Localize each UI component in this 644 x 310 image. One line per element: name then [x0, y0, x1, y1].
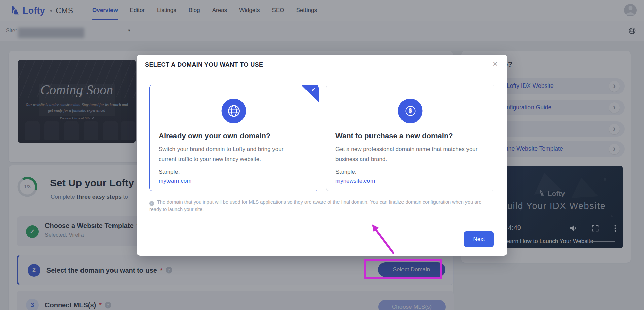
selected-check-badge: ✓: [301, 85, 319, 102]
option-title: Already own your own domain?: [159, 132, 270, 140]
modal-title: SELECT A DOMAIN YOU WANT TO USE: [145, 61, 263, 68]
modal-header-divider: [137, 76, 507, 76]
mls-note: iThe domain that you input will be used …: [149, 199, 493, 213]
app-screen: Lofty • CMS Overview Editor Listings Blo…: [0, 0, 644, 310]
info-icon: i: [149, 201, 154, 206]
sample-domain-link[interactable]: myteam.com: [159, 178, 191, 184]
modal-footer-divider: [137, 223, 507, 223]
sample-label: Sample:: [159, 169, 180, 175]
option-new-domain-card[interactable]: $ Want to purchase a new domain? Get a n…: [326, 85, 494, 191]
dollar-glyph: $: [405, 106, 415, 116]
next-button[interactable]: Next: [464, 231, 494, 247]
option-description: Switch your brand domain to Lofty and br…: [159, 144, 296, 164]
mls-note-text: The domain that you input will be used f…: [149, 199, 481, 212]
check-icon: ✓: [311, 86, 316, 93]
option-title: Want to purchase a new domain?: [335, 132, 453, 140]
option-own-domain-card[interactable]: ✓ Already own your own domain? Switch yo…: [149, 85, 318, 191]
sample-domain-link[interactable]: mynewsite.com: [335, 178, 375, 184]
option-description: Get a new professional domain name that …: [335, 144, 482, 164]
dollar-icon: $: [398, 99, 423, 123]
select-domain-modal: SELECT A DOMAIN YOU WANT TO USE × ✓ Alre…: [137, 55, 507, 256]
close-icon[interactable]: ×: [493, 59, 498, 68]
sample-label: Sample:: [335, 169, 356, 175]
globe-icon: [222, 99, 246, 123]
